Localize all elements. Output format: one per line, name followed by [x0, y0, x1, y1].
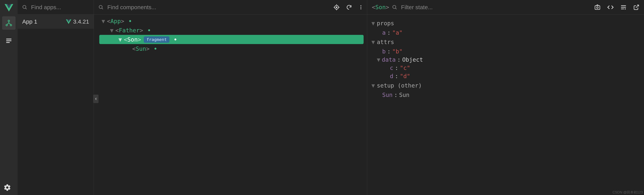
- apps-header: [18, 0, 94, 14]
- tree-node-label: Father: [119, 27, 140, 34]
- search-icon: [392, 4, 398, 10]
- tree-node-label: Son: [127, 36, 138, 43]
- section-attrs[interactable]: ▼ attrs: [367, 37, 644, 47]
- inspect-dom-button[interactable]: [607, 4, 614, 10]
- search-icon: [98, 4, 104, 10]
- state-body: ▼ props a: "a" ▼ attrs b: "b" ▼ data: Ob…: [367, 14, 644, 102]
- svg-point-16: [360, 5, 362, 6]
- svg-rect-21: [595, 6, 600, 10]
- chevron-down-icon[interactable]: ▼: [372, 20, 375, 27]
- active-dot-icon: [154, 48, 156, 50]
- chevron-down-icon[interactable]: ▼: [102, 18, 106, 24]
- svg-line-9: [102, 8, 103, 9]
- collapse-handle[interactable]: [93, 95, 98, 103]
- state-value: "b": [392, 48, 402, 55]
- fragment-badge: fragment: [144, 36, 170, 43]
- svg-point-19: [393, 5, 396, 8]
- more-vertical-icon: [358, 4, 364, 10]
- tree-node-father[interactable]: ▼ <Father>: [94, 26, 367, 35]
- state-row[interactable]: b: "b": [367, 47, 644, 56]
- state-key: d: [390, 73, 393, 80]
- selected-component-name: <Son>: [372, 4, 389, 10]
- watermark: CSDN @田本初123: [612, 190, 643, 194]
- state-value: "a": [392, 29, 402, 36]
- app-version-label: 3.4.21: [73, 18, 89, 25]
- components-tab-button[interactable]: [2, 16, 16, 30]
- settings-button[interactable]: [4, 184, 11, 193]
- svg-line-26: [636, 5, 639, 8]
- app-list-item[interactable]: App 1 3.4.21: [18, 14, 94, 29]
- chevron-down-icon[interactable]: ▼: [372, 39, 375, 46]
- components-search[interactable]: [94, 4, 331, 10]
- vue-logo-icon: [4, 4, 13, 12]
- tree-node-label: App: [110, 18, 121, 24]
- section-label: setup (other): [377, 82, 422, 89]
- svg-point-22: [597, 7, 598, 8]
- chevron-down-icon[interactable]: ▼: [118, 36, 123, 43]
- active-dot-icon: [174, 38, 176, 40]
- state-value: Object: [402, 56, 423, 63]
- state-key: data: [382, 56, 396, 63]
- vue-small-icon: [66, 19, 71, 24]
- show-render-code-button[interactable]: [620, 4, 627, 10]
- chevron-down-icon[interactable]: ▼: [372, 82, 375, 89]
- chevron-left-icon: [94, 97, 97, 101]
- section-setup[interactable]: ▼ setup (other): [367, 80, 644, 91]
- tree-node-sun[interactable]: <Sun>: [94, 44, 367, 53]
- state-value: Sun: [399, 92, 410, 98]
- state-search[interactable]: [392, 4, 592, 10]
- svg-rect-3: [6, 39, 12, 40]
- state-row[interactable]: d: "d": [367, 72, 644, 80]
- scroll-to-component-button[interactable]: [594, 4, 601, 10]
- tree-node-label: Sun: [136, 46, 146, 52]
- chevron-down-icon[interactable]: ▼: [110, 27, 114, 34]
- tree-node-app[interactable]: ▼ <App>: [94, 16, 367, 26]
- state-value: "d": [400, 73, 410, 80]
- apps-column: App 1 3.4.21: [18, 0, 94, 195]
- more-button[interactable]: [358, 4, 364, 10]
- apps-search[interactable]: [18, 4, 104, 10]
- target-icon: [333, 4, 340, 10]
- search-icon: [22, 4, 28, 10]
- state-value: "c": [400, 64, 410, 71]
- timeline-tab-button[interactable]: [2, 34, 16, 47]
- svg-point-11: [336, 7, 337, 8]
- components-search-input[interactable]: [107, 4, 331, 10]
- gear-icon: [4, 184, 11, 191]
- app-name-label: App 1: [22, 18, 37, 25]
- svg-point-0: [8, 20, 10, 22]
- section-props[interactable]: ▼ props: [367, 18, 644, 28]
- refresh-button[interactable]: [346, 4, 352, 10]
- state-key: c: [390, 64, 393, 71]
- active-dot-icon: [148, 29, 150, 31]
- apps-search-input[interactable]: [31, 4, 104, 10]
- state-row[interactable]: a: "a": [367, 28, 644, 37]
- select-in-page-button[interactable]: [333, 4, 340, 10]
- state-row-data[interactable]: ▼ data: Object: [367, 56, 644, 64]
- main-area: App 1 3.4.21: [18, 0, 644, 195]
- state-header: <Son>: [367, 0, 644, 14]
- refresh-icon: [346, 4, 352, 10]
- svg-rect-5: [6, 42, 10, 43]
- state-row[interactable]: c: "c": [367, 64, 644, 72]
- svg-rect-4: [6, 40, 12, 42]
- chevron-down-icon[interactable]: ▼: [377, 56, 380, 63]
- tree-node-son[interactable]: ▼ <Son> fragment: [99, 35, 364, 44]
- svg-point-18: [360, 8, 362, 9]
- svg-line-7: [26, 8, 27, 9]
- external-link-icon: [633, 4, 640, 10]
- open-in-editor-button[interactable]: [633, 4, 640, 10]
- state-filter-input[interactable]: [401, 4, 592, 10]
- state-key: a: [382, 29, 386, 36]
- code-icon: [607, 4, 614, 10]
- section-label: props: [377, 20, 394, 27]
- svg-point-8: [99, 5, 102, 8]
- components-header: [94, 0, 367, 14]
- timeline-icon: [5, 37, 12, 44]
- svg-point-17: [360, 7, 362, 8]
- state-key: Sun: [382, 92, 392, 98]
- components-column: ▼ <App> ▼ <Father> ▼ <Son> fragment <Sun…: [94, 0, 367, 195]
- state-column: <Son>: [367, 0, 644, 195]
- state-row[interactable]: Sun: Sun: [367, 91, 644, 99]
- state-key: b: [382, 48, 386, 55]
